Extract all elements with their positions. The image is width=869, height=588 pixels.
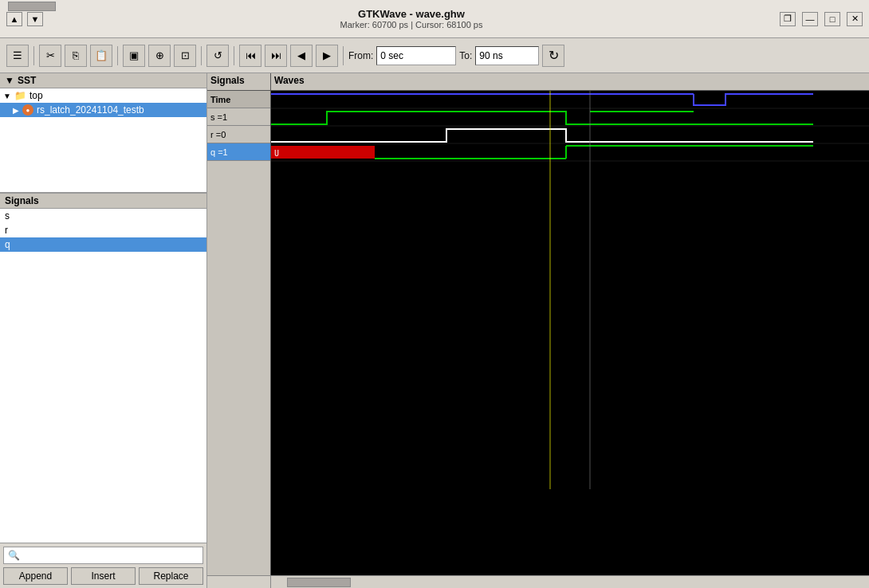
last-btn[interactable]: ⏭	[265, 45, 287, 67]
module-icon: ●	[22, 104, 33, 116]
replace-btn[interactable]: Replace	[139, 567, 203, 585]
search-input[interactable]	[3, 547, 203, 564]
toolbar: ☰ ✂ ⎘ 📋 ▣ ⊕ ⊡ ↺ ⏮ ⏭ ◀ ▶ From: To: ↻	[0, 38, 869, 73]
append-btn[interactable]: Append	[3, 567, 68, 585]
signal-row-time: Time	[207, 91, 270, 108]
signal-row-s: s =1	[207, 108, 270, 126]
signals-list-section: Signals s r q 🔍 Append Insert Replace	[0, 193, 206, 588]
svg-text:U: U	[274, 149, 279, 158]
undo-btn[interactable]: ↺	[206, 45, 229, 67]
waves-col-header: Waves	[271, 73, 869, 90]
window-subtitle: Marker: 60700 ps | Cursor: 68100 ps	[43, 20, 780, 29]
title-bar: ▲ ▼ GTKWave - wave.ghw Marker: 60700 ps …	[0, 0, 869, 38]
search-icon: 🔍	[8, 550, 20, 561]
waves-col[interactable]: U	[271, 91, 869, 575]
signals-col: Time s =1 r =0 q =1	[207, 91, 271, 575]
sst-tree[interactable]: ▼ 📁 top ▶ ● rs_latch_20241104_testb	[0, 88, 206, 192]
separator-5	[343, 46, 344, 65]
hamburger-btn[interactable]: ☰	[6, 45, 29, 67]
triangle-icon: ▼	[3, 92, 11, 100]
to-label: To:	[459, 50, 472, 61]
signal-row-q: q =1	[207, 143, 270, 161]
left-panel: ▼ SST ▼ 📁 top ▶ ● rs_latch_20241104_test…	[0, 73, 207, 588]
tree-label-rs-latch: rs_latch_20241104_testb	[37, 104, 144, 116]
search-wrapper: 🔍	[3, 547, 203, 564]
scrollbar-thumb-right[interactable]	[287, 578, 351, 587]
refresh-btn[interactable]: ↻	[542, 45, 564, 67]
signal-label-time: Time	[210, 95, 230, 104]
title-bar-right: ❐ — □ ✕	[780, 12, 863, 26]
svg-rect-0	[271, 91, 869, 575]
signal-label-q: q =1	[210, 147, 228, 157]
signals-list-header: Signals	[0, 193, 206, 209]
cut-btn[interactable]: ✂	[39, 45, 61, 67]
arrow-up-btn[interactable]: ▲	[6, 12, 22, 26]
restore-btn[interactable]: ❐	[780, 12, 796, 26]
prev-btn[interactable]: ◀	[290, 45, 313, 67]
title-bar-left: ▲ ▼	[6, 12, 43, 26]
zoom-in-btn[interactable]: ⊕	[148, 45, 171, 67]
minimize-btn[interactable]: —	[802, 12, 818, 26]
folder-icon: 📁	[14, 90, 26, 101]
scrollbar-right[interactable]	[271, 576, 869, 588]
to-input[interactable]	[475, 46, 539, 65]
svg-rect-8	[271, 146, 375, 159]
signal-label-s: s =1	[210, 112, 227, 122]
tree-item-rs-latch[interactable]: ▶ ● rs_latch_20241104_testb	[0, 103, 206, 117]
action-buttons: Append Insert Replace	[3, 567, 203, 585]
close-btn[interactable]: ✕	[847, 12, 863, 26]
copy-btn[interactable]: ⎘	[65, 45, 87, 67]
window-title: GTKWave - wave.ghw	[43, 8, 780, 20]
signals-waves-header: Signals Waves	[207, 73, 869, 91]
tree-item-top[interactable]: ▼ 📁 top	[0, 88, 206, 103]
insert-btn[interactable]: Insert	[71, 567, 136, 585]
from-label: From:	[348, 50, 373, 61]
select-all-btn[interactable]: ▣	[123, 45, 145, 67]
triangle-icon-2: ▶	[13, 106, 19, 115]
signals-waves-body: Time s =1 r =0 q =1	[207, 91, 869, 575]
signals-list[interactable]: s r q	[0, 209, 206, 543]
from-to-controls: From: To:	[348, 46, 539, 65]
sst-header-label: SST	[18, 75, 36, 86]
from-input[interactable]	[376, 46, 456, 65]
separator-4	[234, 46, 234, 65]
main-layout: ▼ SST ▼ 📁 top ▶ ● rs_latch_20241104_test…	[0, 73, 869, 588]
scrollbar-thumb-left[interactable]	[8, 2, 56, 11]
maximize-btn[interactable]: □	[824, 12, 840, 26]
sst-section: ▼ SST ▼ 📁 top ▶ ● rs_latch_20241104_test…	[0, 73, 206, 193]
signal-item-r[interactable]: r	[0, 223, 206, 237]
signal-item-s[interactable]: s	[0, 209, 206, 223]
separator-1	[33, 46, 34, 65]
scrollbar-area	[207, 575, 869, 588]
arrow-down-btn[interactable]: ▼	[27, 12, 43, 26]
separator-2	[117, 46, 118, 65]
paste-btn[interactable]: 📋	[90, 45, 112, 67]
signal-row-r: r =0	[207, 126, 270, 143]
separator-3	[201, 46, 202, 65]
right-panel: Signals Waves Time s =1 r =0 q =1	[207, 73, 869, 588]
next-btn[interactable]: ▶	[316, 45, 338, 67]
signal-item-q[interactable]: q	[0, 237, 206, 252]
title-bar-center: GTKWave - wave.ghw Marker: 60700 ps | Cu…	[43, 8, 780, 29]
search-area: 🔍 Append Insert Replace	[0, 543, 206, 588]
sst-collapse-icon[interactable]: ▼	[5, 75, 14, 86]
zoom-fit-btn[interactable]: ⊡	[174, 45, 196, 67]
waves-svg: U	[271, 91, 869, 575]
signal-label-r: r =0	[210, 130, 226, 139]
first-btn[interactable]: ⏮	[239, 45, 261, 67]
signals-col-header: Signals	[207, 73, 271, 90]
tree-label-top: top	[29, 90, 43, 101]
scrollbar-left[interactable]	[207, 576, 271, 588]
sst-header: ▼ SST	[0, 73, 206, 88]
